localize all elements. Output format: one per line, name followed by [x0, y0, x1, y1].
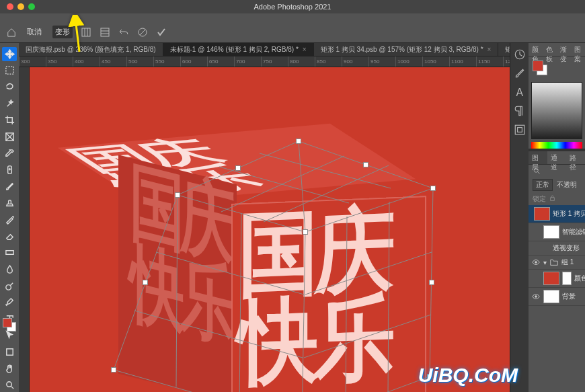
lock-icon[interactable]	[549, 194, 556, 202]
layer-thumbnail[interactable]	[543, 225, 559, 239]
collapsed-panel-dock: A	[510, 43, 529, 392]
undo-icon[interactable]	[118, 27, 129, 38]
panel-tab-swatches[interactable]: 色板	[543, 43, 557, 56]
hue-strip[interactable]	[531, 142, 582, 149]
paragraph-panel-icon[interactable]	[514, 105, 526, 117]
crop-tool[interactable]	[2, 114, 17, 128]
cancel-icon[interactable]	[137, 27, 148, 38]
document-tab[interactable]: 未标题-1 @ 146% (矩形 1 拷贝 2, RGB/8) *×	[163, 43, 314, 56]
layer-row[interactable]: 颜色填充	[529, 270, 585, 288]
panel-tab-paths[interactable]: 路径	[566, 151, 585, 164]
document-tab[interactable]: 国庆海报.psb @ 236% (颜色填充 1, RGB/8)	[19, 43, 163, 56]
layer-name[interactable]: 背景	[562, 292, 576, 301]
zoom-tool[interactable]	[2, 379, 17, 393]
ruler-tick: 750	[261, 56, 288, 67]
horizontal-ruler[interactable]: 3003504004505005506006507007508008509009…	[19, 56, 510, 67]
hand-tool[interactable]	[2, 362, 17, 376]
magic-wand-tool[interactable]	[2, 97, 17, 111]
dodge-tool[interactable]	[2, 279, 17, 293]
layer-name[interactable]: 组 1	[561, 258, 574, 267]
transform-handle[interactable]	[303, 229, 308, 235]
transform-handle[interactable]	[429, 280, 434, 285]
layer-name[interactable]: 透视变形	[553, 243, 580, 253]
transform-handle[interactable]	[363, 162, 368, 167]
ruler-tick: 650	[207, 56, 234, 67]
layer-thumbnail[interactable]	[543, 272, 559, 285]
chevron-down-icon[interactable]: ▾	[543, 259, 547, 266]
options-bar: 取消 变形	[0, 22, 585, 43]
clone-stamp-tool[interactable]	[2, 196, 17, 210]
brush-panel-icon[interactable]	[514, 67, 526, 79]
filter-icon[interactable]	[533, 167, 541, 175]
healing-brush-tool[interactable]	[2, 163, 17, 177]
eraser-tool[interactable]	[2, 229, 17, 243]
transform-handle[interactable]	[296, 139, 301, 144]
commit-icon[interactable]	[156, 27, 167, 38]
history-brush-tool[interactable]	[2, 212, 17, 227]
layer-name[interactable]: 颜色填充	[574, 274, 585, 283]
layers-panel-tabs: 图层 通道 路径	[529, 151, 585, 165]
blur-tool[interactable]	[2, 262, 17, 276]
pen-tool[interactable]	[2, 295, 17, 309]
artboard: 国庆 快乐 国庆 快乐 国庆 快乐	[30, 67, 510, 392]
document-tab[interactable]: 矩形 1 拷贝 34.psb @ 157% (矩形 12 拷贝 3, RGB/8…	[314, 43, 499, 56]
color-picker-field[interactable]	[531, 82, 582, 139]
history-panel-icon[interactable]	[514, 48, 526, 61]
toolbox	[0, 43, 19, 392]
home-icon[interactable]	[7, 28, 16, 37]
close-tab-icon[interactable]: ×	[303, 46, 307, 53]
transform-handle[interactable]	[111, 367, 116, 373]
transform-handle[interactable]	[175, 192, 180, 198]
svg-point-17	[5, 284, 11, 290]
panel-tab-patterns[interactable]: 图案	[571, 43, 585, 56]
transform-handle[interactable]	[235, 165, 241, 171]
svg-rect-0	[82, 28, 90, 36]
warp-button[interactable]: 变形	[52, 26, 73, 38]
layer-mask-thumbnail[interactable]	[562, 272, 572, 285]
grid-3x3-icon[interactable]	[81, 27, 91, 38]
frame-tool[interactable]	[2, 130, 17, 144]
cancel-transform-button[interactable]: 取消	[24, 26, 44, 38]
character-panel-icon[interactable]: A	[514, 86, 526, 98]
close-tab-icon[interactable]: ×	[488, 46, 492, 53]
panel-tab-layers[interactable]: 图层	[529, 151, 547, 164]
minimize-window-button[interactable]	[17, 3, 24, 10]
svg-point-38	[534, 168, 538, 172]
eyedropper-tool[interactable]	[2, 147, 17, 161]
panel-tab-color[interactable]: 颜色	[529, 43, 543, 56]
layer-row[interactable]: ▾ 组 1	[529, 256, 585, 270]
layer-name[interactable]: 矩形 1 拷贝 2	[553, 209, 585, 219]
svg-line-7	[140, 30, 145, 35]
close-window-button[interactable]	[7, 3, 13, 10]
grid-icon[interactable]	[100, 27, 110, 38]
svg-text:A: A	[516, 87, 523, 98]
blend-mode-select[interactable]: 正常	[533, 179, 553, 191]
layer-thumbnail[interactable]	[543, 290, 559, 303]
visibility-toggle-icon[interactable]	[531, 258, 541, 267]
svg-rect-37	[517, 128, 522, 132]
shape-tool[interactable]	[2, 345, 17, 359]
panel-tab-gradients[interactable]: 渐变	[557, 43, 571, 56]
foreground-background-swatch[interactable]	[533, 61, 547, 75]
layer-thumbnail[interactable]	[534, 207, 550, 221]
gradient-tool[interactable]	[2, 246, 17, 260]
layer-row[interactable]: 智能滤镜	[529, 223, 585, 241]
transform-handle[interactable]	[430, 186, 436, 191]
layer-row[interactable]: 透视变形	[529, 241, 585, 256]
maximize-window-button[interactable]	[28, 3, 35, 10]
canvas[interactable]: 国庆 快乐 国庆 快乐 国庆 快乐	[30, 67, 510, 392]
panel-tab-channels[interactable]: 通道	[547, 151, 566, 164]
color-swatch[interactable]	[3, 318, 16, 331]
lasso-tool[interactable]	[2, 80, 17, 94]
brush-tool[interactable]	[2, 180, 17, 194]
marquee-tool[interactable]	[2, 64, 17, 78]
layer-row[interactable]: 背景	[529, 288, 585, 306]
properties-panel-icon[interactable]	[514, 124, 526, 136]
transform-handle[interactable]	[143, 280, 148, 285]
move-tool[interactable]	[2, 47, 17, 61]
vertical-ruler[interactable]	[19, 67, 30, 392]
layer-name[interactable]: 智能滤镜	[562, 227, 585, 237]
menubar[interactable]	[0, 13, 585, 22]
layer-row[interactable]: 矩形 1 拷贝 2	[529, 205, 585, 223]
visibility-toggle-icon[interactable]	[531, 292, 541, 301]
